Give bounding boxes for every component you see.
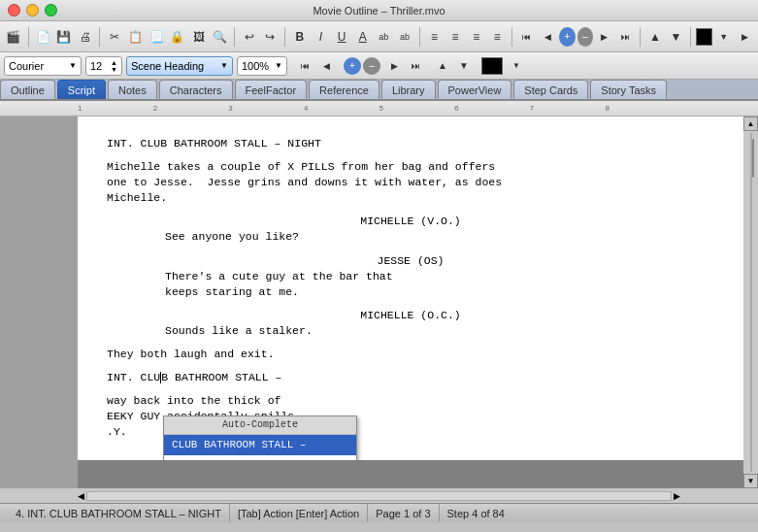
nav-prev-fmt-button[interactable]: ◀ bbox=[316, 56, 336, 76]
tab-stepcards[interactable]: Step Cards bbox=[513, 80, 588, 99]
nav-first-fmt-button[interactable]: ⏮ bbox=[295, 56, 314, 76]
nav-last-button[interactable]: ⏭ bbox=[616, 25, 636, 49]
font-selector[interactable]: Courier ▼ bbox=[4, 56, 82, 76]
minimize-button[interactable] bbox=[26, 4, 39, 17]
autocomplete-header: Auto-Complete bbox=[164, 416, 356, 435]
align-center-button[interactable]: ≡ bbox=[445, 25, 465, 49]
extra-button[interactable]: ▶ bbox=[736, 25, 755, 49]
lock-button[interactable]: 🔒 bbox=[168, 25, 187, 49]
tab-stepcards-label: Step Cards bbox=[524, 84, 577, 96]
align-right-button[interactable]: ≡ bbox=[467, 25, 486, 49]
nav-last-fmt-button[interactable]: ⏭ bbox=[406, 56, 425, 76]
scroll-down-arrow[interactable]: ▼ bbox=[743, 474, 758, 488]
scene-heading-2: INT. CLUB BATHROOM STALL – bbox=[107, 370, 714, 385]
autocomplete-popup: Auto-Complete CLUB BATHROOM STALL – CLAS… bbox=[163, 416, 357, 460]
save-button[interactable]: 💾 bbox=[54, 25, 74, 49]
char-name-2: JESSE (OS) bbox=[107, 253, 714, 269]
tab-powerview[interactable]: PowerView bbox=[438, 80, 512, 99]
new-button[interactable]: 📄 bbox=[33, 25, 52, 49]
zoom-level: 100% bbox=[242, 60, 269, 72]
tab-outline[interactable]: Outline bbox=[0, 80, 55, 99]
bold-toolbar-button[interactable]: B bbox=[290, 25, 310, 49]
paste-button[interactable]: 📃 bbox=[147, 25, 166, 49]
horizontal-scrollbar[interactable]: ◀ ▶ bbox=[0, 488, 758, 503]
ruler-mark-7: 7 bbox=[530, 104, 534, 113]
print-button[interactable]: 🖨 bbox=[76, 25, 95, 49]
tab-storytasks-label: Story Tasks bbox=[601, 84, 656, 96]
ruler-inner: 1 2 3 4 5 6 7 8 bbox=[78, 101, 680, 116]
close-button[interactable] bbox=[8, 4, 20, 17]
font-name: Courier bbox=[9, 60, 44, 72]
autocomplete-item-2[interactable]: CLASSROOM – bbox=[164, 455, 356, 459]
strikethrough-toolbar-button[interactable]: ab bbox=[375, 25, 394, 49]
status-step-text: Step 4 of 84 bbox=[447, 508, 505, 519]
zoom-selector[interactable]: 100% ▼ bbox=[237, 56, 287, 76]
maximize-button[interactable] bbox=[45, 4, 57, 17]
search-button[interactable]: 🔍 bbox=[210, 25, 229, 49]
ruler-mark-2: 2 bbox=[153, 104, 157, 113]
tab-characters-label: Characters bbox=[170, 84, 222, 96]
autocomplete-item-1[interactable]: CLUB BATHROOM STALL – bbox=[164, 435, 356, 455]
remove-nav-button[interactable]: – bbox=[577, 27, 593, 47]
add-nav-button[interactable]: + bbox=[559, 27, 575, 47]
status-step: Step 4 of 84 bbox=[440, 504, 512, 522]
tab-storytasks[interactable]: Story Tasks bbox=[590, 80, 667, 99]
tab-characters[interactable]: Characters bbox=[159, 80, 233, 99]
script-area: INT. CLUB BATHROOM STALL – NIGHT Michell… bbox=[78, 116, 743, 488]
main-toolbar: 🎬 📄 💾 🖨 ✂ 📋 📃 🔒 🖼 🔍 ↩ ↪ B I U A ab ab ≡ … bbox=[0, 21, 758, 52]
arrow-up-button[interactable]: ▲ bbox=[645, 25, 665, 49]
add-button[interactable]: + bbox=[344, 57, 361, 75]
color-toolbar-button[interactable]: A bbox=[353, 25, 373, 49]
toolbar-sep-6 bbox=[511, 27, 512, 47]
paragraph-style-selector[interactable]: Scene Heading ▼ bbox=[126, 56, 233, 76]
cut-button[interactable]: ✂ bbox=[105, 25, 124, 49]
justify-button[interactable]: ≡ bbox=[488, 25, 508, 49]
vertical-scrollbar[interactable]: ▲ ▼ bbox=[743, 116, 758, 488]
tab-library-label: Library bbox=[392, 84, 425, 96]
remove-button[interactable]: – bbox=[363, 57, 380, 75]
dialogue-3: Sounds like a stalker. bbox=[165, 323, 714, 339]
color-picker[interactable] bbox=[696, 28, 712, 46]
italic-toolbar-button[interactable]: I bbox=[312, 25, 331, 49]
scroll-up-arrow[interactable]: ▲ bbox=[743, 116, 758, 131]
copy-button[interactable]: 📋 bbox=[126, 25, 146, 49]
down-arrow-button[interactable]: ▼ bbox=[454, 56, 474, 76]
redo-button[interactable]: ↪ bbox=[260, 25, 280, 49]
arrow-down-button[interactable]: ▼ bbox=[667, 25, 686, 49]
color-dropdown-icon[interactable]: ▼ bbox=[507, 56, 526, 76]
dialogue-1: See anyone you like? bbox=[165, 229, 714, 245]
scroll-thumb[interactable] bbox=[752, 139, 754, 178]
toolbar-sep-3 bbox=[234, 27, 235, 47]
toolbar-sep-5 bbox=[419, 27, 420, 47]
font-size-selector[interactable]: 12 ▲▼ bbox=[85, 56, 122, 76]
tab-feelfactor[interactable]: FeelFactor bbox=[235, 80, 308, 99]
format-bar: Courier ▼ 12 ▲▼ Scene Heading ▼ 100% ▼ ⏮… bbox=[0, 52, 758, 80]
scroll-track[interactable] bbox=[750, 133, 752, 472]
char-name-3: MICHELLE (O.C.) bbox=[107, 308, 714, 323]
undo-button[interactable]: ↩ bbox=[240, 25, 259, 49]
ruler: 1 2 3 4 5 6 7 8 bbox=[0, 101, 758, 116]
ruler-mark-8: 8 bbox=[605, 104, 609, 113]
size-arrows: ▲▼ bbox=[111, 59, 117, 73]
toolbar-sep-8 bbox=[690, 27, 691, 47]
tab-library[interactable]: Library bbox=[381, 80, 436, 99]
align-left-button[interactable]: ≡ bbox=[425, 25, 445, 49]
nav-first-button[interactable]: ⏮ bbox=[517, 25, 537, 49]
scroll-right-arrow[interactable]: ▶ bbox=[674, 491, 680, 501]
text-color-box[interactable] bbox=[481, 57, 503, 75]
image-button[interactable]: 🖼 bbox=[189, 25, 209, 49]
nav-next-button[interactable]: ▶ bbox=[595, 25, 614, 49]
window-title: Movie Outline – Thriller.mvo bbox=[313, 5, 445, 17]
tab-reference[interactable]: Reference bbox=[309, 80, 379, 99]
scroll-left-arrow[interactable]: ◀ bbox=[78, 491, 84, 501]
up-arrow-button[interactable]: ▲ bbox=[433, 56, 452, 76]
superscript-toolbar-button[interactable]: ab bbox=[395, 25, 414, 49]
underline-toolbar-button[interactable]: U bbox=[332, 25, 351, 49]
nav-prev-button[interactable]: ◀ bbox=[539, 25, 558, 49]
horizontal-scroll-track[interactable] bbox=[86, 491, 672, 501]
tab-script[interactable]: Script bbox=[57, 80, 106, 99]
more-button[interactable]: ▼ bbox=[714, 25, 734, 49]
script-page[interactable]: INT. CLUB BATHROOM STALL – NIGHT Michell… bbox=[78, 116, 743, 460]
nav-next-fmt-button[interactable]: ▶ bbox=[384, 56, 404, 76]
tab-notes[interactable]: Notes bbox=[108, 80, 157, 99]
